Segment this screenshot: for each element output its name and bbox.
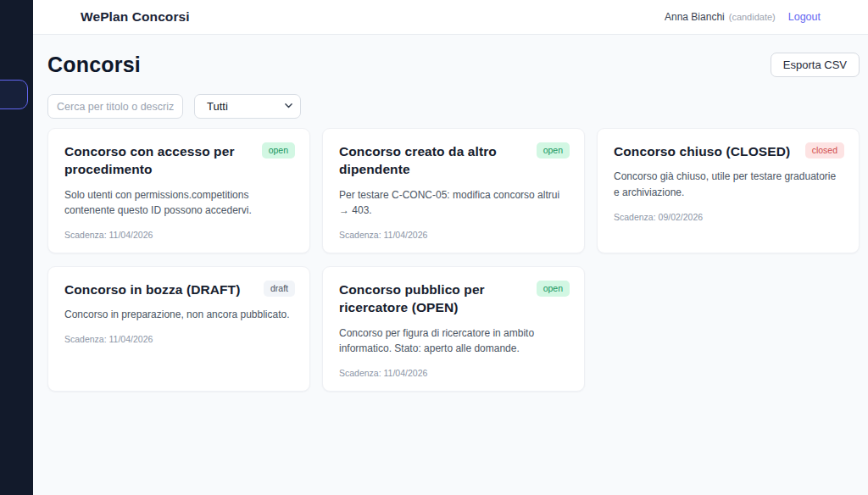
card-title: Concorso creato da altro dipendente (339, 142, 528, 179)
card-description: Per testare C-CONC-05: modifica concorso… (339, 187, 570, 219)
status-filter-value: Tutti (207, 100, 228, 113)
competition-card[interactable]: Concorso con accesso per procedimento op… (47, 128, 310, 253)
sidebar (0, 0, 33, 495)
logout-link[interactable]: Logout (788, 11, 821, 23)
card-deadline: Scadenza: 09/02/2026 (614, 212, 844, 222)
status-filter-select[interactable]: Tutti (194, 94, 301, 119)
card-deadline: Scadenza: 11/04/2026 (339, 368, 570, 378)
card-description: Concorso già chiuso, utile per testare g… (614, 169, 844, 200)
user-name: Anna Bianchi (665, 11, 725, 23)
user-area: Anna Bianchi (candidate) Logout (665, 11, 821, 23)
competition-card[interactable]: Concorso creato da altro dipendente open… (322, 128, 585, 253)
app-frame: WePlan Concorsi Anna Bianchi (candidate)… (33, 0, 868, 495)
competition-card[interactable]: Concorso chiuso (CLOSED) closed Concorso… (597, 128, 860, 253)
card-deadline: Scadenza: 11/04/2026 (64, 334, 295, 344)
card-deadline: Scadenza: 11/04/2026 (339, 230, 570, 240)
top-bar: WePlan Concorsi Anna Bianchi (candidate)… (33, 0, 868, 35)
status-badge: draft (264, 281, 295, 297)
card-description: Concorso per figura di ricercatore in am… (339, 325, 570, 357)
filters-row: Tutti (47, 94, 860, 119)
status-badge: closed (805, 142, 844, 159)
status-badge: open (262, 142, 295, 159)
competition-card[interactable]: Concorso in bozza (DRAFT) draft Concorso… (47, 266, 310, 392)
sidebar-toggle-button[interactable] (0, 80, 28, 109)
search-input[interactable] (47, 94, 183, 119)
deadline-date: 11/04/2026 (109, 230, 153, 240)
card-description: Solo utenti con permissions.competitions… (64, 187, 295, 219)
card-title: Concorso in bozza (DRAFT) (64, 281, 255, 298)
competition-card-grid: Concorso con accesso per procedimento op… (47, 128, 860, 392)
deadline-date: 11/04/2026 (384, 230, 428, 240)
deadline-date: 11/04/2026 (109, 334, 153, 344)
export-csv-button[interactable]: Esporta CSV (771, 53, 860, 77)
main-content: Concorsi Esporta CSV Tutti Concorso con … (33, 35, 868, 495)
card-title: Concorso con accesso per procedimento (64, 142, 253, 179)
chevron-down-icon (285, 102, 292, 109)
card-description: Concorso in preparazione, non ancora pub… (64, 307, 295, 323)
deadline-date: 11/04/2026 (384, 368, 428, 378)
card-deadline: Scadenza: 11/04/2026 (64, 230, 295, 240)
user-role: (candidate) (729, 12, 776, 22)
page-title: Concorsi (47, 53, 141, 77)
card-title: Concorso chiuso (CLOSED) (614, 142, 797, 160)
status-badge: open (537, 281, 570, 297)
deadline-date: 09/02/2026 (659, 212, 704, 222)
page-head: Concorsi Esporta CSV (47, 53, 860, 77)
card-title: Concorso pubblico per ricercatore (OPEN) (339, 281, 528, 317)
competition-card[interactable]: Concorso pubblico per ricercatore (OPEN)… (322, 266, 585, 392)
brand-title: WePlan Concorsi (81, 9, 190, 25)
status-badge: open (537, 142, 570, 159)
